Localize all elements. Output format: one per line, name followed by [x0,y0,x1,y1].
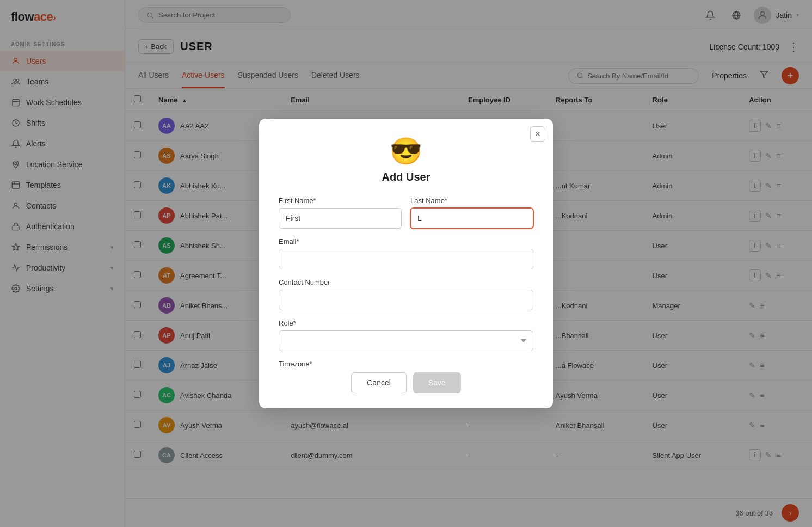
contact-input[interactable] [279,290,533,310]
save-button[interactable]: Save [413,372,461,393]
modal-overlay: ✕ 😎 Add User First Name* Last Name* Emai… [0,0,812,527]
modal-form: First Name* Last Name* Email* Contact Nu… [279,197,533,368]
modal-title: Add User [382,171,430,183]
first-name-label: First Name* [279,197,402,205]
email-field: Email* [279,237,533,269]
modal-actions: Cancel Save [279,372,533,393]
role-field: Role* User Admin Manager [279,319,533,351]
modal-close-button[interactable]: ✕ [530,126,545,142]
contact-label: Contact Number [279,278,533,286]
modal-header: 😎 Add User [279,136,533,183]
name-row: First Name* Last Name* [279,197,533,229]
role-label: Role* [279,319,533,327]
last-name-label: Last Name* [410,197,533,205]
first-name-input[interactable] [279,208,402,229]
timezone-field: Timezone* [279,360,533,368]
role-select[interactable]: User Admin Manager [279,330,533,351]
timezone-label: Timezone* [279,360,533,368]
first-name-field: First Name* [279,197,402,229]
email-input[interactable] [279,249,533,269]
cancel-button[interactable]: Cancel [351,372,407,393]
contact-field: Contact Number [279,278,533,310]
last-name-field: Last Name* [410,197,533,229]
last-name-input[interactable] [410,208,533,229]
modal-emoji: 😎 [390,136,422,167]
email-label: Email* [279,237,533,246]
add-user-modal: ✕ 😎 Add User First Name* Last Name* Emai… [259,119,553,408]
